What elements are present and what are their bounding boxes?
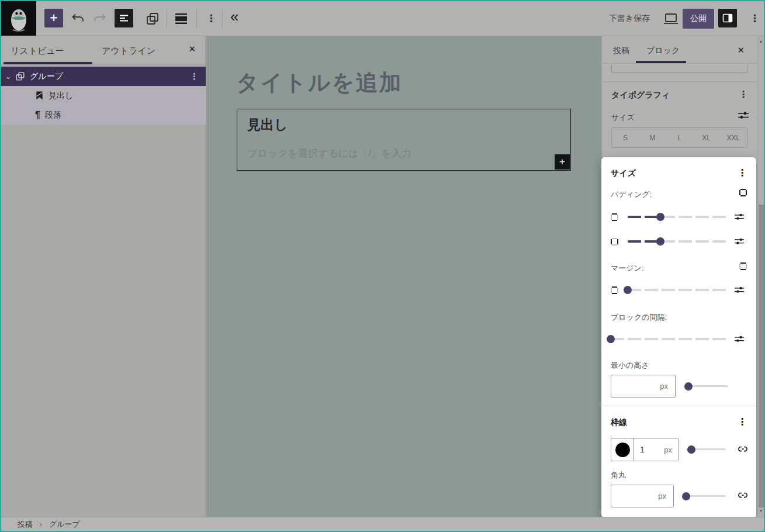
padding-horizontal-row bbox=[611, 237, 747, 246]
tree-row-group[interactable]: ⌄ グループ ⋮ bbox=[1, 67, 206, 86]
border-width-slider[interactable] bbox=[686, 448, 726, 450]
settings-sidebar-toggle[interactable] bbox=[718, 9, 737, 27]
undo-icon[interactable] bbox=[70, 12, 85, 25]
row-options-kebab-icon[interactable]: ⋮ bbox=[190, 71, 199, 82]
border-color-swatch bbox=[615, 443, 630, 457]
scroll-down-icon[interactable]: ▼ bbox=[758, 509, 764, 513]
collapse-toolbar-icon[interactable]: « bbox=[230, 9, 238, 24]
anchor-input-partial[interactable] bbox=[611, 64, 747, 72]
font-size-option-l[interactable]: L bbox=[666, 128, 693, 147]
margin-unlink-sides-icon[interactable] bbox=[739, 262, 747, 270]
radius-slider[interactable] bbox=[682, 495, 726, 497]
tab-block[interactable]: ブロック bbox=[646, 46, 680, 56]
min-height-input[interactable]: px bbox=[611, 375, 676, 398]
margin-row bbox=[611, 285, 747, 295]
typography-options-kebab-icon[interactable]: ⋮ bbox=[739, 90, 748, 99]
padding-vertical-settings-icon[interactable] bbox=[734, 212, 745, 222]
breadcrumb-post[interactable]: 投稿 bbox=[18, 519, 33, 530]
paragraph-block-icon: ¶ bbox=[35, 110, 40, 120]
slider-thumb[interactable] bbox=[624, 286, 632, 294]
border-unlink-icon[interactable] bbox=[736, 443, 749, 455]
border-options-kebab-icon[interactable]: ⋮ bbox=[738, 417, 747, 427]
font-size-option-m[interactable]: M bbox=[639, 128, 666, 147]
breadcrumb-group[interactable]: グループ bbox=[49, 519, 80, 530]
list-view-icon bbox=[119, 13, 129, 23]
padding-horizontal-settings-icon[interactable] bbox=[734, 237, 745, 246]
dimensions-options-kebab-icon[interactable]: ⋮ bbox=[738, 168, 747, 178]
min-height-slider[interactable] bbox=[684, 385, 728, 387]
slider-thumb[interactable] bbox=[656, 237, 664, 246]
list-view-panel: リストビュー アウトライン ✕ ⌄ グループ ⋮ bbox=[1, 36, 206, 517]
block-inserter-button[interactable]: + bbox=[44, 9, 63, 27]
border-title: 枠線 bbox=[611, 417, 627, 428]
copy-blocks-icon[interactable] bbox=[145, 11, 160, 26]
radius-label: 角丸 bbox=[611, 470, 626, 481]
group-block-icon bbox=[15, 71, 25, 81]
radius-input[interactable]: px bbox=[611, 485, 674, 507]
padding-label: パディング: bbox=[611, 189, 652, 200]
border-width-control: 1 px bbox=[611, 438, 679, 461]
paragraph-block-placeholder[interactable]: ブロックを選択するには「/」を入力 bbox=[247, 147, 411, 160]
radius-unlink-icon[interactable] bbox=[736, 489, 749, 501]
footer-breadcrumb-bar: 投稿 › グループ bbox=[1, 517, 764, 531]
heading-block[interactable]: 見出し bbox=[247, 116, 288, 134]
tree-row-paragraph[interactable]: ¶ 段落 bbox=[1, 105, 206, 125]
slider-thumb[interactable] bbox=[607, 335, 615, 343]
border-color-button[interactable] bbox=[611, 438, 634, 461]
scrollbar-thumb[interactable] bbox=[759, 205, 764, 507]
block-gap-row bbox=[611, 334, 747, 344]
tab-outline[interactable]: アウトライン bbox=[102, 46, 155, 57]
toolbar-separator bbox=[196, 9, 197, 28]
margin-sides-icon bbox=[611, 286, 618, 294]
tree-row-label: 見出し bbox=[49, 91, 73, 101]
font-size-label: サイズ bbox=[611, 112, 635, 123]
preview-laptop-icon[interactable] bbox=[663, 12, 679, 26]
post-title-placeholder[interactable]: タイトルを追加 bbox=[236, 68, 402, 98]
document-overview-button[interactable] bbox=[115, 9, 133, 27]
font-size-option-xl[interactable]: XL bbox=[693, 128, 720, 147]
group-block[interactable]: 見出し ブロックを選択するには「/」を入力 + bbox=[237, 109, 571, 171]
slider-thumb[interactable] bbox=[684, 382, 693, 391]
padding-vertical-row bbox=[611, 212, 747, 222]
block-gap-settings-icon[interactable] bbox=[734, 334, 745, 344]
save-draft-button[interactable]: 下書き保存 bbox=[609, 13, 650, 24]
font-size-option-xxl[interactable]: XXL bbox=[720, 128, 747, 147]
tab-post[interactable]: 投稿 bbox=[613, 46, 629, 56]
tree-row-heading[interactable]: 見出し bbox=[1, 86, 206, 105]
radius-unit[interactable]: px bbox=[658, 492, 673, 500]
toolbar-options-kebab-icon[interactable]: ⋮ bbox=[206, 13, 216, 23]
font-size-segmented-control: S M L XL XXL bbox=[611, 127, 747, 148]
site-logo[interactable] bbox=[1, 1, 36, 36]
tree-row-label: 段落 bbox=[45, 110, 61, 120]
min-height-unit[interactable]: px bbox=[660, 382, 675, 391]
toolbar-separator bbox=[222, 9, 223, 28]
slider-thumb[interactable] bbox=[682, 492, 690, 500]
more-options-kebab-icon[interactable]: ⋮ bbox=[750, 13, 760, 23]
slider-thumb[interactable] bbox=[687, 445, 695, 454]
border-width-input[interactable]: 1 px bbox=[634, 438, 678, 461]
block-gap-slider[interactable] bbox=[611, 338, 727, 340]
typography-section-title: タイポグラフィ bbox=[611, 90, 670, 101]
slider-thumb[interactable] bbox=[656, 213, 664, 221]
border-width-value: 1 bbox=[634, 445, 664, 454]
close-list-view-icon[interactable]: ✕ bbox=[188, 44, 196, 54]
scroll-up-icon[interactable]: ▲ bbox=[758, 39, 764, 43]
sidebar-scrollbar[interactable]: ▲ ▼ bbox=[757, 36, 764, 517]
block-append-button[interactable]: + bbox=[555, 154, 570, 170]
dimensions-panel: サイズ ⋮ パディング: bbox=[601, 157, 756, 518]
font-size-settings-icon[interactable] bbox=[738, 110, 749, 120]
publish-button[interactable]: 公開 bbox=[683, 9, 714, 29]
font-size-option-s[interactable]: S bbox=[612, 128, 639, 147]
border-width-unit[interactable]: px bbox=[664, 445, 678, 454]
tab-list-view[interactable]: リストビュー bbox=[11, 46, 64, 57]
details-icon[interactable] bbox=[174, 12, 189, 26]
chevron-down-icon[interactable]: ⌄ bbox=[1, 72, 15, 81]
padding-unlink-sides-icon[interactable] bbox=[739, 189, 747, 196]
margin-slider[interactable] bbox=[628, 289, 727, 291]
margin-label: マージン: bbox=[611, 263, 644, 274]
breadcrumb-chevron-icon: › bbox=[40, 520, 42, 528]
padding-horizontal-slider[interactable] bbox=[628, 240, 727, 243]
padding-vertical-slider[interactable] bbox=[628, 216, 727, 218]
margin-settings-icon[interactable] bbox=[734, 285, 745, 295]
close-sidebar-icon[interactable]: ✕ bbox=[737, 45, 745, 56]
